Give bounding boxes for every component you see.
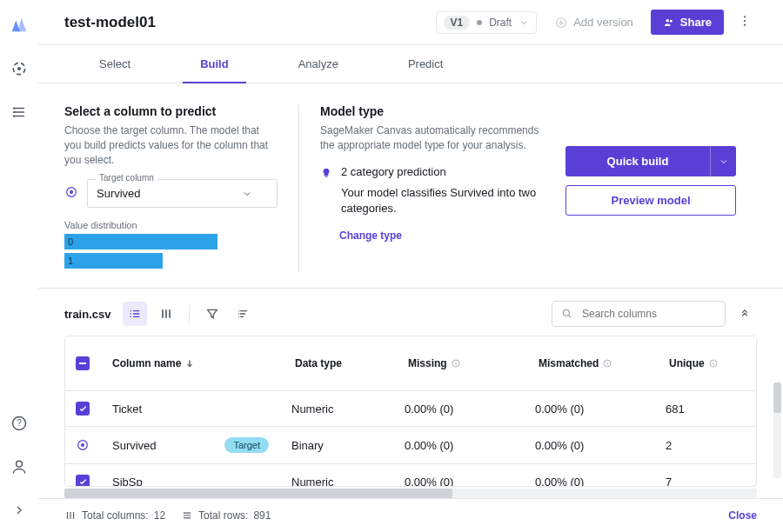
col-header-mismatched[interactable]: Mismatched xyxy=(535,357,666,369)
view-grid-icon[interactable] xyxy=(154,302,178,326)
target-column-value: Survived xyxy=(97,187,141,200)
view-list-icon[interactable] xyxy=(123,302,147,326)
search-columns-input[interactable] xyxy=(552,301,726,327)
svg-point-11 xyxy=(744,16,746,17)
search-columns-field[interactable] xyxy=(580,307,716,321)
quick-build-dropdown[interactable] xyxy=(710,146,736,176)
people-icon xyxy=(663,17,675,29)
col-header-missing[interactable]: Missing xyxy=(405,357,535,369)
table-row[interactable]: SibSpNumeric0.00% (0)0.00% (0)70 xyxy=(65,464,756,487)
help-icon[interactable]: ? xyxy=(10,414,29,433)
svg-point-18 xyxy=(238,314,239,315)
sort-icon[interactable] xyxy=(231,302,256,326)
select-column-title: Select a column to predict xyxy=(64,104,278,118)
svg-point-3 xyxy=(13,111,15,113)
horizontal-scrollbar[interactable] xyxy=(64,489,757,498)
tab-analyze[interactable]: Analyze xyxy=(264,45,373,83)
col-header-name[interactable]: Column name xyxy=(109,357,291,369)
add-version-button[interactable]: Add version xyxy=(545,10,642,35)
info-icon xyxy=(708,358,719,369)
prediction-type-desc: Your model classifies Survived into two … xyxy=(341,185,545,218)
column-name-cell: SurvivedTarget xyxy=(109,437,291,453)
search-icon xyxy=(561,308,573,320)
target-pill: Target xyxy=(224,437,269,453)
share-label: Share xyxy=(680,16,712,29)
plus-circle-icon xyxy=(554,16,568,30)
app-logo-icon[interactable] xyxy=(10,16,29,35)
sort-desc-icon xyxy=(184,358,195,369)
table-row[interactable]: TicketNumeric0.00% (0)0.00% (0)6811,601 xyxy=(65,391,756,427)
total-columns: Total columns: 12 xyxy=(64,509,165,522)
svg-point-25 xyxy=(81,443,84,447)
chevron-down-icon xyxy=(242,189,252,199)
tab-select[interactable]: Select xyxy=(64,45,165,83)
collapse-rail-icon[interactable] xyxy=(10,501,29,520)
row-checkbox[interactable] xyxy=(76,475,90,487)
svg-point-7 xyxy=(17,461,23,467)
column-name-cell: Ticket xyxy=(109,402,291,416)
table-row[interactable]: SurvivedTargetBinary0.00% (0)0.00% (0)20 xyxy=(65,427,756,464)
toolbar-separator xyxy=(189,305,190,323)
collapse-panel-icon[interactable] xyxy=(733,302,757,326)
svg-point-20 xyxy=(563,310,569,316)
svg-text:?: ? xyxy=(17,418,22,428)
target-column-select[interactable]: Survived xyxy=(87,179,278,208)
col-header-dtype[interactable]: Data type xyxy=(291,357,405,369)
svg-point-15 xyxy=(70,190,73,194)
chevron-down-icon xyxy=(719,156,729,167)
preview-model-button[interactable]: Preview model xyxy=(566,185,736,216)
svg-point-1 xyxy=(17,67,21,70)
left-nav-rail: ? xyxy=(0,0,38,532)
value-distribution-label: Value distribution xyxy=(64,220,278,230)
header-bar: test-model01 V1 Draft Add version Share xyxy=(38,0,783,44)
dataset-section: train.csv xyxy=(38,288,783,498)
version-badge: V1 xyxy=(444,16,471,30)
rows-icon xyxy=(181,509,193,522)
filter-icon[interactable] xyxy=(200,302,224,326)
dataset-name: train.csv xyxy=(64,308,110,321)
quick-build-button[interactable]: Quick build xyxy=(566,146,710,176)
distribution-bar: 0 xyxy=(64,234,218,249)
version-selector[interactable]: V1 Draft xyxy=(436,11,538,34)
chevron-down-icon xyxy=(519,17,529,28)
columns-table: Column name Data type Missing Mismatched… xyxy=(64,336,757,487)
total-rows: Total rows: 891 xyxy=(181,509,271,522)
more-menu-button[interactable] xyxy=(733,9,757,36)
vertical-scrollbar[interactable] xyxy=(773,382,781,478)
nav-item-2-icon[interactable] xyxy=(10,103,29,122)
select-all-checkbox[interactable] xyxy=(76,356,90,370)
select-column-desc: Choose the target column. The model that… xyxy=(64,123,278,167)
row-checkbox[interactable] xyxy=(76,402,90,416)
add-version-label: Add version xyxy=(573,16,633,29)
account-icon[interactable] xyxy=(10,457,29,476)
svg-point-12 xyxy=(744,20,746,22)
status-dot-icon xyxy=(477,20,482,25)
share-button[interactable]: Share xyxy=(651,10,724,35)
info-icon xyxy=(451,358,461,369)
dataset-toolbar: train.csv xyxy=(64,301,757,336)
build-actions-panel: Quick build Preview model xyxy=(566,104,757,272)
lightbulb-icon xyxy=(320,167,332,182)
svg-rect-16 xyxy=(325,176,328,176)
select-column-panel: Select a column to predict Choose the ta… xyxy=(64,104,299,272)
table-header-row: Column name Data type Missing Mismatched… xyxy=(65,336,756,391)
quick-build-button-group: Quick build xyxy=(566,146,736,176)
tab-build[interactable]: Build xyxy=(165,45,264,83)
column-name-cell: SibSp xyxy=(109,475,291,487)
svg-point-19 xyxy=(238,316,239,317)
tab-predict[interactable]: Predict xyxy=(373,45,478,83)
version-status: Draft xyxy=(489,17,512,29)
model-type-panel: Model type SageMaker Canvas automaticall… xyxy=(299,104,566,272)
col-header-unique[interactable]: Unique xyxy=(666,357,757,369)
build-config-panel: Select a column to predict Choose the ta… xyxy=(38,83,783,288)
change-type-link[interactable]: Change type xyxy=(339,229,545,242)
svg-point-13 xyxy=(744,24,746,26)
nav-item-1-icon[interactable] xyxy=(10,59,29,78)
model-type-title: Model type xyxy=(320,104,545,118)
target-column-label: Target column xyxy=(96,173,157,183)
info-icon xyxy=(602,358,612,369)
page-title: test-model01 xyxy=(64,14,427,31)
svg-point-2 xyxy=(13,107,15,109)
close-link[interactable]: Close xyxy=(728,509,757,522)
workflow-tabs: Select Build Analyze Predict xyxy=(38,45,783,83)
